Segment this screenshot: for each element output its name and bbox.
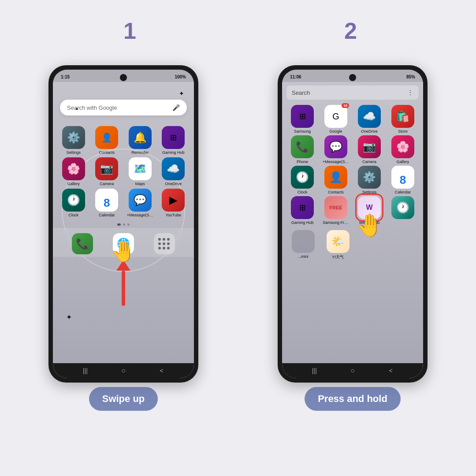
app2-calendar[interactable]: 8 Calendar [387, 166, 419, 194]
app2-yi[interactable]: 🌤️ YI天气 [321, 230, 354, 260]
search-more-icon: ⋮ [407, 89, 413, 96]
nav2-home[interactable]: ○ [346, 367, 359, 375]
app2-samsung[interactable]: ⊞ Samsung [286, 105, 318, 134]
phone1-notch [120, 74, 127, 81]
app2-gallery[interactable]: 🌸 Gallery [387, 135, 419, 164]
app2-phone[interactable]: 📞 Phone [286, 135, 318, 164]
app2-samsungfree[interactable]: FREE Samsung Fre... [320, 196, 352, 225]
app-gaminghub[interactable]: ⊞ Gaming Hub [158, 126, 189, 155]
app2-contacts-icon: 👤 [324, 166, 347, 189]
phone2-navbar: ||| ○ < [282, 363, 423, 378]
phone2-row5: ...mini 🌤️ YI天气 [282, 228, 423, 262]
phone2-screen: 11:06 85% Search ⋮ ⊞ [282, 70, 423, 378]
sparkle1-icon: ✦ [179, 90, 184, 97]
app2-phone-label: Phone [297, 160, 308, 164]
app2-mini-icon [292, 230, 315, 253]
phone1: 1:15 100% ✦ ✦ ✦ Search with Google 🎤 [48, 65, 198, 383]
google-icon: G [324, 105, 347, 128]
gaming-icon: ⊞ [162, 126, 185, 149]
app2-samsung-label: Samsung [294, 129, 311, 134]
nav2-recents[interactable]: ||| [308, 367, 321, 374]
phone2: 11:06 85% Search ⋮ ⊞ [278, 65, 428, 383]
phone1-wrapper: 1:15 100% ✦ ✦ ✦ Search with Google 🎤 [48, 65, 198, 411]
calendar-icon: 8 [95, 189, 118, 212]
dock-apps-icon [154, 233, 175, 254]
clock-icon: 🕐 [62, 189, 85, 212]
app2-google-label: Google [329, 129, 342, 134]
app2-store-label: Store [398, 129, 408, 134]
step2-number: 2 [344, 18, 357, 44]
app2-camera-icon: 📷 [358, 135, 381, 158]
sparkle2-icon: ✦ [75, 107, 78, 112]
phone2-wrapper: 11:06 85% Search ⋮ ⊞ [278, 65, 428, 411]
gallery-icon: 🌸 [62, 157, 85, 180]
app2-onedrive-icon: ☁️ [358, 105, 381, 128]
phone2-search-text: Search [292, 89, 310, 96]
main-container: 1 2 1:15 100% ✦ ✦ ✦ [0, 0, 476, 476]
app2-gallery-icon: 🌸 [391, 135, 414, 158]
youtube-icon: ▶ [162, 189, 185, 212]
app2-free-label: Samsung Fre... [323, 220, 349, 225]
app2-camera[interactable]: 📷 Camera [353, 135, 385, 164]
step1-number: 1 [123, 18, 136, 44]
phone1-dock: 📞 🌐 🤚 [53, 228, 194, 257]
settings-icon: ⚙️ [62, 126, 85, 149]
app2-mini[interactable]: ...mini [286, 230, 320, 260]
dock-apps[interactable] [154, 233, 175, 254]
phone2-battery: 85% [406, 74, 415, 79]
nav2-back[interactable]: < [384, 367, 398, 374]
app2-camera-label: Camera [362, 160, 376, 164]
dock-phone-icon: 📞 [72, 233, 93, 254]
nav-back[interactable]: < [155, 367, 168, 374]
phone1-battery: 100% [175, 74, 186, 79]
app2-contacts-label: Contacts [328, 190, 344, 194]
app2-clock2-icon: 🕐 [391, 196, 414, 219]
contacts-icon: 👤 [95, 126, 118, 149]
dock-chrome[interactable]: 🌐 🤚 [113, 233, 134, 254]
app2-yi-label: YI天气 [332, 254, 344, 260]
phone1-time: 1:15 [61, 74, 70, 79]
app2-onedrive[interactable]: ☁️ OneDrive [353, 105, 385, 134]
store-icon: 🛍️ [391, 105, 414, 128]
app2-gaming-label: Gaming Hub [291, 220, 314, 225]
camera-icon: 📷 [95, 157, 118, 180]
app2-widgetclub[interactable]: W 🤚 WidgetClub [353, 196, 385, 225]
swipe-arrow [116, 260, 130, 306]
press-hold-label: Press and hold [305, 387, 401, 411]
phone2-searchbar[interactable]: Search ⋮ [286, 86, 419, 100]
phone1-navbar: ||| ○ < [53, 363, 194, 378]
app-gaming-label: Gaming Hub [162, 150, 185, 155]
phone2-time: 11:06 [290, 74, 301, 79]
app2-store[interactable]: 🛍️ Store [387, 105, 419, 134]
phone1-searchbar[interactable]: Search with Google 🎤 [60, 100, 187, 115]
phone1-homescreen: ✦ ✦ ✦ Search with Google 🎤 ⚙️ Settings [53, 82, 194, 363]
app2-yi-icon: 🌤️ [327, 230, 350, 253]
hand-cursor2: 🤚 [356, 212, 383, 238]
app2-phone-icon: 📞 [291, 135, 314, 158]
onedrive-icon: ☁️ [162, 157, 185, 180]
nav-home[interactable]: ○ [117, 367, 130, 375]
app2-contacts[interactable]: 👤 Contacts [320, 166, 352, 194]
message-icon: 💬 [129, 189, 152, 212]
app-settings[interactable]: ⚙️ Settings [58, 126, 89, 155]
hand-cursor1: 🤚 [111, 239, 136, 263]
app2-gaming[interactable]: ⊞ Gaming Hub [286, 196, 318, 225]
nav-recents[interactable]: ||| [78, 367, 92, 374]
app2-calendar-icon: 8 [391, 166, 414, 189]
google-badge: 18 [342, 103, 349, 108]
app2-clock[interactable]: 🕐 Clock [286, 166, 318, 194]
dock-phone[interactable]: 📞 [72, 233, 93, 254]
app2-clock2[interactable]: 🕐 [387, 196, 419, 225]
mic-icon: 🎤 [172, 104, 180, 111]
samsung-wrap: ⊞ [291, 105, 314, 128]
app2-free-icon: FREE [324, 196, 347, 219]
app2-smessage[interactable]: 💬 +Message(SM... [320, 135, 352, 164]
app2-gallery-label: Gallery [397, 160, 409, 164]
app2-onedrive-label: OneDrive [361, 129, 378, 134]
arrow-shaft [122, 271, 125, 306]
app2-settings[interactable]: ⚙️ Settings [353, 166, 385, 194]
phone2-appgrid: ⊞ Samsung G 18 Google ☁️ [282, 103, 423, 227]
google-wrap: G 18 [324, 105, 347, 128]
maps-icon: 🗺️ [129, 157, 152, 180]
app2-google[interactable]: G 18 Google [320, 105, 352, 134]
